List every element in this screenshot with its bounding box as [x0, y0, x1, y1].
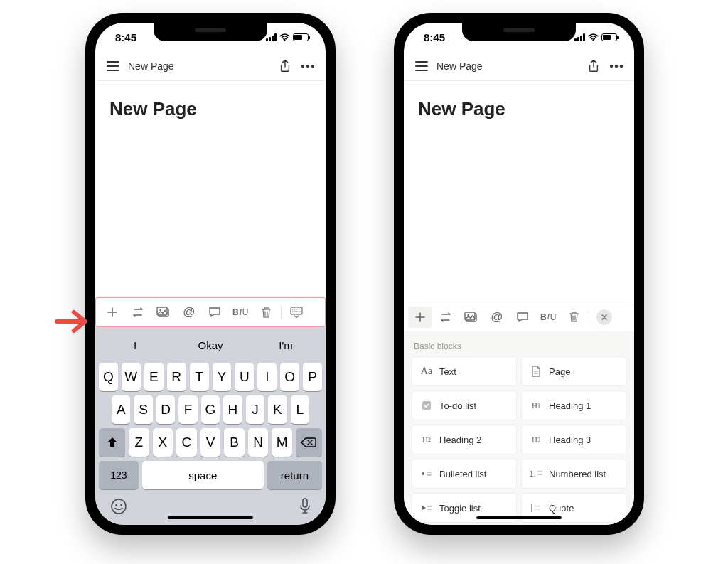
- svg-point-9: [112, 499, 126, 514]
- key-numbers[interactable]: 123: [99, 461, 139, 489]
- key-q[interactable]: Q: [99, 363, 118, 391]
- comment-button[interactable]: [510, 307, 535, 328]
- delete-button[interactable]: [254, 302, 278, 323]
- key-i[interactable]: I: [257, 363, 277, 391]
- key-t[interactable]: T: [190, 363, 209, 391]
- close-panel-button[interactable]: [592, 307, 616, 328]
- toggle-icon: [419, 501, 434, 515]
- delete-button[interactable]: [562, 307, 586, 328]
- suggestion-2[interactable]: Okay: [173, 339, 248, 351]
- key-space[interactable]: space: [142, 461, 264, 489]
- comment-button[interactable]: [203, 302, 227, 323]
- keyboard-row-3: Z X C V B N M: [99, 428, 322, 457]
- key-z[interactable]: Z: [129, 428, 149, 457]
- key-u[interactable]: U: [235, 363, 254, 391]
- turn-into-button[interactable]: [434, 307, 458, 328]
- image-button[interactable]: [459, 307, 483, 328]
- block-h1[interactable]: H1 Heading 1: [522, 391, 626, 420]
- key-g[interactable]: G: [201, 395, 220, 424]
- bullet-icon: [419, 467, 434, 481]
- block-todo[interactable]: To-do list: [412, 391, 516, 420]
- more-button[interactable]: [300, 58, 316, 74]
- dictation-button[interactable]: [299, 498, 311, 519]
- key-n[interactable]: N: [248, 428, 269, 457]
- svg-point-10: [115, 504, 117, 506]
- share-button[interactable]: [277, 58, 293, 74]
- key-e[interactable]: E: [144, 363, 164, 391]
- block-h3[interactable]: H3 Heading 3: [522, 425, 626, 454]
- key-shift[interactable]: [99, 428, 125, 457]
- block-numbered[interactable]: 1. Numbered list: [522, 459, 626, 488]
- key-h[interactable]: H: [223, 395, 242, 424]
- block-label: Heading 3: [549, 435, 591, 445]
- page-content[interactable]: New Page: [404, 81, 634, 302]
- more-button[interactable]: [609, 58, 624, 74]
- block-h2[interactable]: H2 Heading 2: [412, 425, 516, 454]
- key-j[interactable]: J: [246, 395, 264, 424]
- key-c[interactable]: C: [176, 428, 197, 457]
- key-return[interactable]: return: [267, 461, 322, 489]
- blocks-section-title: Basic blocks: [414, 341, 626, 351]
- page-breadcrumb[interactable]: New Page: [128, 60, 270, 72]
- key-v[interactable]: V: [200, 428, 221, 457]
- share-button[interactable]: [586, 58, 601, 74]
- block-text[interactable]: Aa Text: [412, 357, 516, 385]
- block-label: Toggle list: [439, 503, 481, 514]
- key-r[interactable]: R: [167, 363, 186, 391]
- numbered-icon: 1.: [529, 467, 543, 481]
- svg-rect-8: [291, 307, 302, 314]
- format-button[interactable]: BIU: [228, 302, 252, 323]
- add-block-button[interactable]: [100, 302, 124, 323]
- page-title[interactable]: New Page: [109, 98, 311, 120]
- home-indicator[interactable]: [476, 516, 562, 519]
- key-b[interactable]: B: [224, 428, 245, 457]
- add-block-button[interactable]: [408, 307, 432, 328]
- underline-label: U: [242, 307, 248, 317]
- image-button[interactable]: [151, 302, 176, 323]
- key-w[interactable]: W: [122, 363, 141, 391]
- key-delete[interactable]: [296, 428, 322, 457]
- blocks-panel[interactable]: Basic blocks Aa Text Page To-do list H1 …: [404, 331, 634, 525]
- suggestion-3[interactable]: I'm: [248, 339, 323, 351]
- page-breadcrumb[interactable]: New Page: [437, 60, 579, 72]
- key-y[interactable]: Y: [213, 363, 232, 391]
- key-f[interactable]: F: [178, 395, 197, 424]
- home-indicator[interactable]: [168, 516, 253, 519]
- todo-icon: [419, 398, 434, 413]
- menu-icon[interactable]: [105, 58, 121, 74]
- mention-button[interactable]: @: [485, 307, 509, 328]
- block-label: Numbered list: [549, 469, 606, 479]
- h1-icon: H1: [529, 398, 543, 413]
- svg-point-19: [467, 314, 469, 315]
- key-m[interactable]: M: [272, 428, 292, 457]
- key-k[interactable]: K: [268, 395, 287, 424]
- battery-icon: [293, 33, 309, 41]
- bold-label: B: [232, 307, 238, 317]
- key-s[interactable]: S: [134, 395, 152, 424]
- battery-icon: [601, 33, 617, 41]
- page-content[interactable]: New Page: [95, 81, 326, 297]
- keyboard-row-4: 123 space return: [99, 461, 322, 489]
- turn-into-button[interactable]: [126, 302, 150, 323]
- key-o[interactable]: O: [280, 363, 299, 391]
- mention-button[interactable]: @: [177, 302, 201, 323]
- emoji-button[interactable]: [110, 498, 127, 519]
- page-title[interactable]: New Page: [418, 98, 620, 120]
- block-bulleted[interactable]: Bulleted list: [412, 459, 516, 488]
- dismiss-keyboard-button[interactable]: [284, 302, 309, 323]
- block-page[interactable]: Page: [522, 357, 626, 385]
- svg-point-2: [301, 65, 304, 68]
- svg-point-1: [284, 39, 285, 41]
- key-a[interactable]: A: [112, 395, 130, 424]
- suggestion-1[interactable]: I: [97, 339, 173, 351]
- editor-toolbar: @ BIU: [404, 302, 634, 331]
- toolbar-separator: [281, 305, 282, 319]
- menu-icon[interactable]: [414, 58, 429, 74]
- format-button[interactable]: BIU: [536, 307, 560, 328]
- key-x[interactable]: X: [153, 428, 173, 457]
- key-l[interactable]: L: [291, 395, 309, 424]
- key-d[interactable]: D: [156, 395, 175, 424]
- notch: [462, 23, 576, 41]
- key-p[interactable]: P: [303, 363, 322, 391]
- keyboard-bottom-row: [97, 494, 323, 519]
